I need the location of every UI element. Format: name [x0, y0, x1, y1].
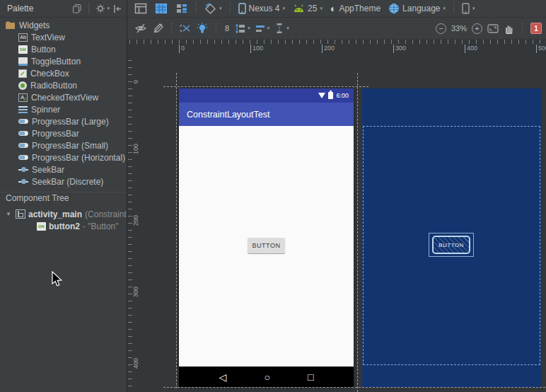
api-level-label: 25	[308, 4, 317, 13]
checkbox-icon: ✓	[18, 69, 27, 78]
device-selector[interactable]: Nexus 4 ▾	[236, 1, 289, 16]
progressbar-icon	[18, 155, 28, 160]
ruler-label: 400	[465, 45, 477, 53]
zoom-in-button[interactable]: +	[472, 23, 482, 34]
ruler-label: 200	[132, 215, 140, 226]
virtual-device-menu[interactable]: ▾	[459, 1, 478, 16]
layout-stage: 0 100 200 300 400 500 0 100 200 300 400 …	[127, 39, 546, 392]
seekbar-icon	[18, 178, 28, 185]
palette-item-checkedtextview[interactable]: A✓ CheckedTextView	[0, 91, 127, 103]
design-mode-button[interactable]	[132, 1, 150, 16]
copy-icon[interactable]	[72, 4, 82, 13]
palette-item-radiobutton[interactable]: RadioButton	[0, 79, 127, 91]
palette-header: Palette ▾	[0, 0, 127, 17]
palette-panel: Widgets Ab TextView OK Button ToggleButt…	[0, 18, 127, 392]
selection-guide-right	[357, 73, 358, 392]
locale-selector[interactable]: Language ▾	[385, 1, 448, 16]
android-icon	[293, 4, 305, 13]
dock-panel-icon[interactable]	[113, 4, 122, 13]
tree-row-activity-main[interactable]: ▼ activity_main (ConstraintLayout)	[0, 208, 127, 220]
radiobutton-icon	[18, 81, 27, 90]
button-icon: OK	[37, 222, 46, 231]
phone-icon	[462, 3, 470, 14]
chevron-down-icon: ▾	[267, 25, 270, 31]
progressbar-icon	[18, 119, 28, 124]
app-bar: ConstraintLayoutTest	[179, 103, 354, 126]
component-tree: ▼ activity_main (ConstraintLayout) OK bu…	[0, 204, 127, 232]
theme-icon: ◐	[330, 4, 336, 13]
rotate-device-icon	[204, 3, 216, 15]
chevron-down-icon: ▾	[286, 25, 289, 31]
palette-panel-title: Palette	[7, 4, 33, 13]
design-toolbar: ▾ Nexus 4 ▾ 25 ▾ ◐ AppTheme Language ▾	[127, 0, 546, 17]
ruler-label: 0	[179, 45, 185, 53]
constraintlayout-icon	[16, 209, 25, 219]
default-margin-button[interactable]: 8	[223, 24, 231, 33]
navigation-bar: ◁ ○ □	[179, 367, 354, 387]
palette-item-spinner[interactable]: Spinner	[0, 103, 127, 115]
theme-label: AppTheme	[339, 4, 381, 13]
guidelines-menu[interactable]: ▾	[274, 23, 289, 34]
blueprint-button-selection[interactable]: BUTTON	[429, 233, 474, 257]
palette-settings-button[interactable]: ▾	[95, 4, 110, 13]
infer-constraints-button[interactable]	[196, 23, 209, 35]
zoom-to-fit-button[interactable]	[487, 24, 499, 33]
chevron-down-icon: ▾	[107, 6, 110, 11]
chevron-down-icon: ▾	[320, 6, 323, 11]
theme-selector[interactable]: ◐ AppTheme	[327, 2, 383, 15]
blueprint-mode-button[interactable]	[152, 1, 170, 16]
pan-tool-icon[interactable]	[504, 23, 514, 34]
palette-item-togglebutton[interactable]: ToggleButton	[0, 55, 127, 67]
blueprint-button-widget[interactable]: BUTTON	[432, 236, 470, 254]
ruler-label: 500	[536, 45, 546, 53]
component-tree-title: Component Tree	[0, 192, 127, 204]
design-view[interactable]: 6:00 ConstraintLayoutTest BUTTON ◁ ○ □	[179, 88, 354, 387]
progressbar-icon	[18, 143, 28, 148]
palette-group-widgets[interactable]: Widgets	[0, 19, 127, 31]
chevron-down-icon: ▾	[283, 6, 286, 11]
layout-editor-toolbar: 8 ▾ ▾ ▾ − 33% +	[127, 18, 546, 39]
device-label: Nexus 4	[249, 4, 280, 13]
panel-splitter[interactable]: ·······	[0, 188, 127, 192]
spinner-icon	[18, 106, 28, 113]
gear-icon	[95, 4, 105, 13]
palette-item-checkbox[interactable]: ✓ CheckBox	[0, 67, 127, 79]
battery-icon	[328, 92, 333, 99]
ruler-label: 100	[250, 45, 263, 53]
phone-icon	[238, 3, 246, 14]
expand-arrow-icon[interactable]: ▼	[6, 211, 13, 217]
tree-row-button2[interactable]: OK button2 - "Button"	[0, 220, 127, 232]
design-button-widget[interactable]: BUTTON	[248, 238, 285, 253]
status-time: 6:00	[336, 92, 349, 99]
chevron-down-icon: ▾	[219, 6, 222, 11]
pack-menu[interactable]: ▾	[235, 23, 250, 34]
ruler-label: 300	[393, 45, 406, 53]
api-level-selector[interactable]: 25 ▾	[290, 2, 325, 15]
zoom-out-button[interactable]: −	[436, 23, 446, 34]
clear-constraints-button[interactable]	[179, 23, 192, 34]
ruler-label: 0	[132, 80, 140, 83]
zoom-level: 33%	[451, 24, 467, 33]
chevron-down-icon: ▾	[248, 25, 250, 31]
palette-item-textview[interactable]: Ab TextView	[0, 31, 127, 43]
palette-item-progressbar-horizontal[interactable]: ProgressBar (Horizontal)	[0, 151, 127, 163]
seekbar-icon	[18, 166, 28, 173]
split-mode-button[interactable]	[173, 1, 191, 16]
ruler-label: 200	[322, 45, 335, 53]
error-count-badge[interactable]: 1	[530, 23, 542, 34]
chevron-down-icon: ▾	[472, 6, 475, 11]
blueprint-view[interactable]: BUTTON	[362, 88, 541, 387]
recents-icon: □	[308, 372, 313, 382]
palette-item-progressbar-large[interactable]: ProgressBar (Large)	[0, 115, 127, 127]
folder-icon	[5, 21, 16, 30]
vertical-ruler	[128, 60, 132, 392]
palette-item-seekbar[interactable]: SeekBar	[0, 163, 127, 175]
orientation-selector[interactable]: ▾	[202, 1, 225, 16]
align-menu[interactable]: ▾	[255, 23, 270, 34]
palette-item-progressbar-small[interactable]: ProgressBar (Small)	[0, 139, 127, 151]
palette-item-progressbar[interactable]: ProgressBar	[0, 127, 127, 139]
autoconnect-toggle[interactable]	[151, 23, 164, 34]
palette-item-button[interactable]: OK Button	[0, 43, 127, 55]
show-constraints-toggle[interactable]	[134, 23, 147, 34]
selection-guide-left	[176, 73, 177, 388]
